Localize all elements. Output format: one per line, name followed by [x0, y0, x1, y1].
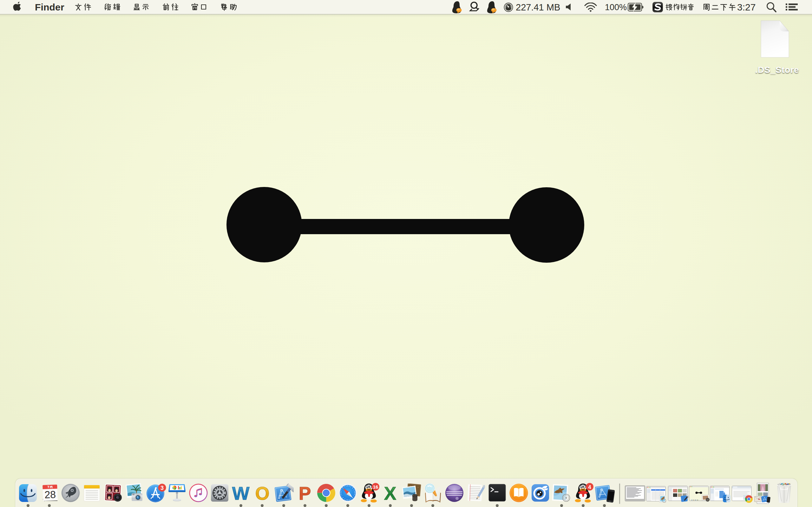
svg-text:W: W	[232, 484, 250, 502]
svg-text:16: 16	[373, 484, 378, 490]
svg-text:3: 3	[160, 485, 164, 491]
svg-text:28: 28	[44, 489, 56, 500]
svg-text:X: X	[384, 484, 397, 502]
svg-text:O: O	[255, 484, 269, 502]
svg-text:P: P	[299, 484, 311, 502]
svg-text:4: 4	[588, 484, 591, 490]
